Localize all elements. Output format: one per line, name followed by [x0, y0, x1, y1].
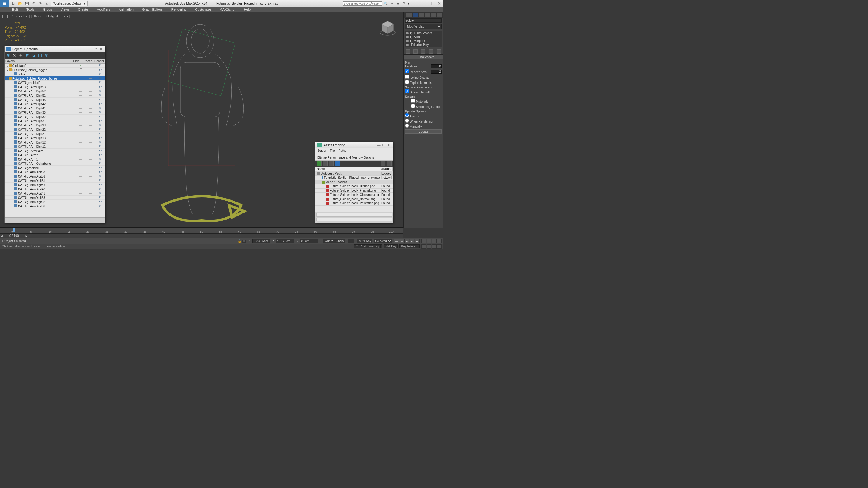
- key-mode-dropdown[interactable]: Selected: [374, 239, 392, 243]
- add-to-layer-icon[interactable]: ＋: [19, 53, 23, 58]
- zoom-all-icon[interactable]: [427, 239, 431, 243]
- render-cell[interactable]: 👁: [95, 145, 105, 148]
- layer-list[interactable]: ▾0 (default)✓—👁▾Futuristic_Soldier_Rigge…: [5, 64, 105, 218]
- hide-cell[interactable]: —: [76, 106, 86, 110]
- freeze-cell[interactable]: —: [86, 72, 95, 76]
- smoothing-groups-checkbox[interactable]: [411, 104, 415, 108]
- hide-cell[interactable]: —: [76, 124, 86, 127]
- hide-cell[interactable]: —: [76, 192, 86, 195]
- render-cell[interactable]: 👁: [95, 85, 105, 89]
- layer-row[interactable]: CATRigLArmDigit41——👁: [5, 191, 105, 196]
- freeze-cell[interactable]: —: [86, 115, 95, 118]
- layer-row[interactable]: CATRigLArmDigit31——👁: [5, 204, 105, 208]
- render-cell[interactable]: 👁: [95, 81, 105, 84]
- autokey-button[interactable]: Auto Key: [358, 239, 372, 242]
- materials-checkbox[interactable]: [411, 99, 415, 103]
- setkey-button[interactable]: Set Key: [384, 245, 398, 249]
- next-frame-icon[interactable]: ►: [409, 239, 414, 243]
- render-cell[interactable]: 👁: [95, 72, 105, 76]
- motion-tab[interactable]: [425, 13, 430, 17]
- menu-animation[interactable]: Animation: [119, 8, 133, 11]
- freeze-cell[interactable]: —: [86, 89, 95, 93]
- goto-end-icon[interactable]: ⏭: [415, 239, 420, 243]
- freeze-cell[interactable]: —: [86, 179, 95, 182]
- prev-frame-icon[interactable]: ◄: [399, 239, 404, 243]
- freeze-cell[interactable]: —: [86, 192, 95, 195]
- play-icon[interactable]: ▶: [404, 239, 409, 243]
- close-icon[interactable]: ✕: [98, 47, 103, 51]
- menu-graph-editors[interactable]: Graph Editors: [142, 8, 163, 11]
- track-bar[interactable]: ◄ 0 / 100 ►: [0, 233, 403, 238]
- chevron-down-icon[interactable]: ▾: [408, 2, 409, 5]
- freeze-cell[interactable]: —: [86, 106, 95, 110]
- hide-cell[interactable]: —: [76, 102, 86, 105]
- y-coord-input[interactable]: [276, 239, 294, 243]
- hide-cell[interactable]: —: [76, 166, 86, 169]
- hide-cell[interactable]: —: [76, 196, 86, 199]
- help-icon[interactable]: [387, 161, 392, 166]
- minimize-icon[interactable]: —: [376, 143, 381, 147]
- delete-layer-icon[interactable]: ✕: [12, 53, 16, 58]
- hide-cell[interactable]: —: [76, 85, 86, 89]
- lock-selection-icon[interactable]: 🔒: [238, 239, 241, 242]
- render-cell[interactable]: 👁: [95, 149, 105, 152]
- list-view-icon[interactable]: [329, 161, 334, 166]
- hide-cell[interactable]: —: [76, 145, 86, 148]
- hide-cell[interactable]: —: [76, 153, 86, 157]
- render-cell[interactable]: 👁: [95, 132, 105, 135]
- freeze-cell[interactable]: —: [86, 102, 95, 105]
- freeze-cell[interactable]: —: [86, 68, 95, 71]
- x-coord-input[interactable]: [252, 239, 271, 243]
- time-tag-button[interactable]: ☐ Add Time Tag: [354, 245, 382, 249]
- help-icon[interactable]: ?: [93, 47, 98, 51]
- menu-modifiers[interactable]: Modifiers: [96, 8, 110, 11]
- favorite-icon[interactable]: ★: [396, 1, 400, 6]
- next-key-button[interactable]: ►: [25, 234, 28, 238]
- time-scrubber[interactable]: [13, 228, 15, 232]
- refresh-icon[interactable]: [317, 161, 321, 166]
- asset-row[interactable]: Future_Soldier_body_Reflection.pngFound: [315, 201, 393, 205]
- layer-row[interactable]: CATRigRArmDigit23——👁: [5, 123, 105, 127]
- modifier-morpher[interactable]: ◐ Morpher: [405, 39, 442, 43]
- hide-cell[interactable]: —: [76, 136, 86, 139]
- freeze-cell[interactable]: —: [86, 200, 95, 203]
- asset-row[interactable]: Autodesk VaultLogged: [315, 171, 393, 176]
- maximize-viewport-icon[interactable]: [437, 245, 442, 249]
- render-cell[interactable]: 👁: [95, 102, 105, 105]
- hide-cell[interactable]: —: [76, 119, 86, 123]
- hide-cell[interactable]: —: [76, 174, 86, 178]
- layer-row[interactable]: CATRigRArmDigit33——👁: [5, 110, 105, 115]
- freeze-cell[interactable]: —: [86, 196, 95, 199]
- menu-group[interactable]: Group: [43, 8, 52, 11]
- layer-row[interactable]: CATRigLArmDigit53——👁: [5, 170, 105, 174]
- display-tab[interactable]: [431, 13, 436, 17]
- asset-row[interactable]: Future_Soldier_body_Fresnel.pngFound: [315, 189, 393, 193]
- freeze-cell[interactable]: —: [86, 183, 95, 186]
- layer-dialog-titlebar[interactable]: Layer: 0 (default) ? ✕: [5, 46, 105, 52]
- layer-row[interactable]: CATRigRArmDigit32——👁: [5, 115, 105, 119]
- asset-row[interactable]: Futuristic_Soldier_Rigged_max_vray.maxNe…: [315, 176, 393, 180]
- render-cell[interactable]: 👁: [95, 174, 105, 178]
- hide-cell[interactable]: —: [76, 200, 86, 203]
- layer-row[interactable]: CATRigLArmDigit32——👁: [5, 200, 105, 204]
- layer-row[interactable]: CATRigRArmDigit31——👁: [5, 119, 105, 123]
- asset-row[interactable]: Future_Soldier_body_Glossines.pngFound: [315, 193, 393, 197]
- hide-cell[interactable]: —: [76, 179, 86, 182]
- freeze-cell[interactable]: —: [86, 145, 95, 148]
- hide-cell[interactable]: —: [76, 158, 86, 161]
- update-button[interactable]: Update: [405, 129, 442, 134]
- menu-help[interactable]: Help: [244, 8, 251, 11]
- application-menu-button[interactable]: [0, 0, 9, 7]
- render-cell[interactable]: 👁: [95, 183, 105, 186]
- modifier-list-dropdown[interactable]: Modifier List: [405, 24, 442, 29]
- freeze-cell[interactable]: —: [86, 132, 95, 135]
- hierarchy-tab[interactable]: [418, 13, 424, 17]
- layer-row[interactable]: CATRigRArmDigit42——👁: [5, 102, 105, 106]
- render-cell[interactable]: 👁: [95, 119, 105, 123]
- goto-start-icon[interactable]: ⏮: [394, 239, 399, 243]
- highlight-selected-icon[interactable]: ◪: [32, 53, 36, 58]
- update-option-when-rendering[interactable]: When Rendering: [405, 118, 442, 124]
- hide-cell[interactable]: —: [76, 149, 86, 152]
- render-cell[interactable]: 👁: [95, 179, 105, 182]
- freeze-cell[interactable]: —: [86, 158, 95, 161]
